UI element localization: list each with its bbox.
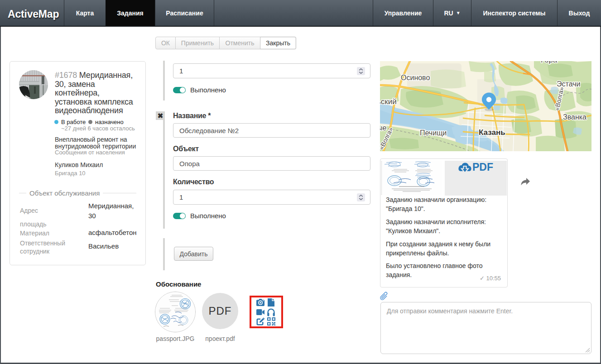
svg-text:Осиново: Осиново <box>401 74 430 81</box>
svg-text:Печищи: Печищи <box>420 129 447 137</box>
svg-text:Званка: Званка <box>563 113 587 121</box>
svg-text:Гора: Гора <box>541 61 558 64</box>
svg-text:ьский: ьский <box>380 97 397 106</box>
svg-text:PDF: PDF <box>472 161 493 173</box>
svg-text:Казань: Казань <box>479 128 505 137</box>
